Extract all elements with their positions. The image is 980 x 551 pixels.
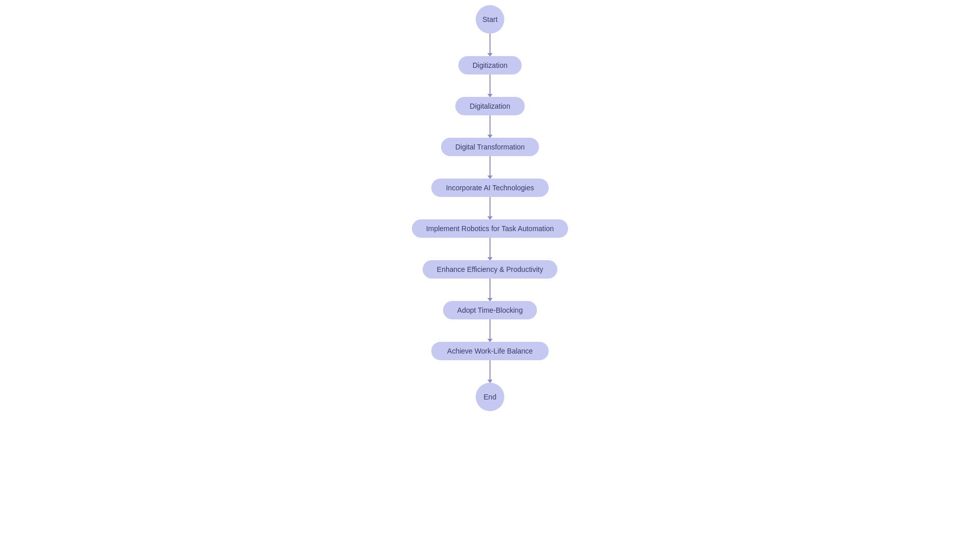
- node-digitalization[interactable]: Digitalization: [455, 97, 524, 115]
- node-implement-robotics[interactable]: Implement Robotics for Task Automation: [412, 219, 568, 238]
- node-start[interactable]: Start: [476, 5, 504, 34]
- node-end[interactable]: End: [476, 383, 504, 411]
- connector-8: [489, 319, 491, 342]
- node-enhance-efficiency[interactable]: Enhance Efficiency & Productivity: [423, 260, 557, 279]
- node-incorporate-ai[interactable]: Incorporate AI Technologies: [431, 179, 549, 197]
- connector-4: [489, 156, 491, 179]
- connector-9: [489, 360, 491, 383]
- connector-6: [489, 238, 491, 260]
- node-digitization[interactable]: Digitization: [458, 56, 522, 74]
- connector-7: [489, 279, 491, 301]
- node-digital-transformation[interactable]: Digital Transformation: [441, 138, 539, 156]
- node-adopt-time-blocking[interactable]: Adopt Time-Blocking: [443, 301, 537, 319]
- connector-1: [489, 34, 491, 56]
- node-achieve-balance[interactable]: Achieve Work-Life Balance: [431, 342, 549, 360]
- connector-5: [489, 197, 491, 219]
- connector-3: [489, 115, 491, 138]
- connector-2: [489, 74, 491, 97]
- flowchart: Start Digitization Digitalization Digita…: [412, 0, 568, 411]
